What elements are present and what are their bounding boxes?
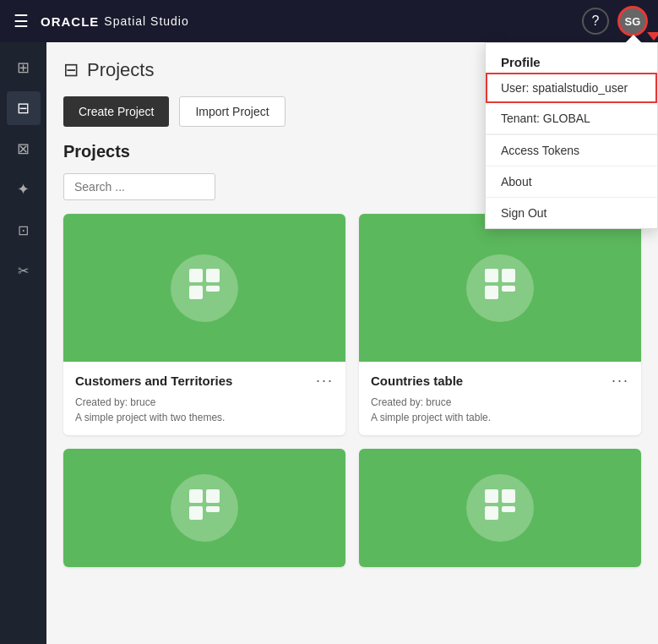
project-card-3[interactable] — [63, 449, 345, 567]
svg-rect-5 — [502, 269, 515, 282]
project-card-2-author: Created by: bruce — [371, 395, 629, 410]
project-icon-circle-1 — [171, 254, 238, 322]
svg-rect-13 — [502, 489, 515, 503]
page-header-icon: ⊟ — [63, 59, 79, 81]
svg-rect-6 — [485, 286, 498, 299]
project-card-1-menu[interactable]: ··· — [316, 372, 334, 390]
dropdown-access-tokens[interactable]: Access Tokens — [486, 135, 657, 166]
project-grid-icon-3 — [186, 486, 223, 531]
project-card-2-desc: A simple project with table. — [371, 410, 629, 425]
project-card-2-image — [359, 214, 641, 362]
svg-rect-8 — [189, 489, 203, 503]
project-card-2-meta: Created by: bruce A simple project with … — [371, 395, 629, 425]
project-card-2-menu[interactable]: ··· — [612, 372, 629, 390]
dropdown-tenant: Tenant: GLOBAL — [486, 103, 657, 134]
project-card-2-header: Countries table ··· — [371, 372, 629, 390]
sidebar: ⊞ ⊟ ⊠ ✦ ⊡ ✂ — [0, 42, 46, 644]
project-icon-circle-3 — [171, 474, 238, 542]
settings-icon: ✂ — [18, 263, 29, 279]
sidebar-item-settings[interactable]: ✂ — [7, 254, 41, 287]
svg-rect-3 — [206, 286, 220, 292]
project-card-1-header: Customers and Territories ··· — [75, 372, 334, 390]
sidebar-item-projects[interactable]: ⊟ — [7, 91, 41, 125]
project-card-1-body: Customers and Territories ··· Created by… — [63, 362, 345, 435]
project-card-4[interactable] — [359, 449, 641, 567]
project-grid-icon-1 — [186, 265, 223, 310]
import-project-button[interactable]: Import Project — [179, 96, 285, 127]
topbar: ☰ ORACLE Spatial Studio ? SG — [0, 0, 658, 42]
svg-rect-7 — [502, 286, 515, 292]
profile-dropdown: Profile User: spatialstudio_user Tenant:… — [485, 42, 658, 229]
project-icon-circle-2 — [466, 254, 534, 322]
dashboard-icon: ⊞ — [17, 58, 30, 77]
sidebar-item-connections[interactable]: ⊡ — [7, 213, 41, 247]
sidebar-item-tables[interactable]: ⊠ — [7, 132, 41, 166]
app-logo: ORACLE Spatial Studio — [41, 14, 189, 29]
projects-grid: Customers and Territories ··· Created by… — [63, 214, 641, 567]
project-card-1-name: Customers and Territories — [75, 374, 232, 388]
projects-icon: ⊟ — [17, 99, 30, 117]
svg-rect-14 — [485, 506, 498, 520]
page-title: Projects — [87, 59, 154, 81]
dropdown-user[interactable]: User: spatialstudio_user — [486, 73, 657, 103]
tables-icon: ⊠ — [17, 139, 30, 158]
project-card-2-body: Countries table ··· Created by: bruce A … — [359, 362, 641, 435]
svg-rect-15 — [502, 506, 515, 512]
svg-rect-12 — [485, 489, 498, 503]
create-project-button[interactable]: Create Project — [63, 96, 169, 127]
project-grid-icon-4 — [481, 486, 519, 531]
svg-rect-4 — [485, 269, 498, 282]
svg-rect-1 — [206, 269, 220, 282]
avatar-initials: SG — [625, 15, 641, 28]
dropdown-sign-out[interactable]: Sign Out — [486, 198, 657, 228]
project-card-1-meta: Created by: bruce A simple project with … — [75, 395, 334, 425]
help-button[interactable]: ? — [582, 8, 609, 35]
project-card-3-image — [63, 449, 345, 567]
connections-icon: ⊡ — [18, 222, 29, 238]
spatial-icon: ✦ — [17, 180, 30, 199]
project-card-1-desc: A simple project with two themes. — [75, 410, 334, 425]
logo-spatial: Spatial Studio — [104, 14, 188, 28]
project-card-2-name: Countries table — [371, 374, 463, 388]
hamburger-menu[interactable]: ☰ — [10, 8, 32, 35]
dropdown-about[interactable]: About — [486, 166, 657, 198]
svg-rect-0 — [189, 269, 203, 282]
svg-rect-11 — [206, 506, 220, 512]
logo-oracle: ORACLE — [41, 14, 99, 29]
search-input[interactable] — [63, 173, 215, 200]
svg-rect-9 — [206, 489, 220, 503]
svg-rect-2 — [189, 286, 203, 299]
project-grid-icon-2 — [481, 265, 519, 310]
project-card-2[interactable]: Countries table ··· Created by: bruce A … — [359, 214, 641, 435]
project-card-1[interactable]: Customers and Territories ··· Created by… — [63, 214, 345, 435]
dropdown-arrow — [625, 35, 642, 43]
user-avatar[interactable]: SG — [617, 6, 648, 36]
sidebar-item-dashboard[interactable]: ⊞ — [7, 51, 41, 85]
project-card-4-image — [359, 449, 641, 567]
dropdown-section-title: Profile — [486, 43, 657, 73]
sidebar-item-spatial[interactable]: ✦ — [7, 172, 41, 206]
svg-rect-10 — [189, 506, 203, 520]
project-icon-circle-4 — [466, 474, 534, 542]
project-card-1-image — [63, 214, 345, 362]
project-card-1-author: Created by: bruce — [75, 395, 334, 410]
avatar-arrow — [647, 32, 658, 41]
